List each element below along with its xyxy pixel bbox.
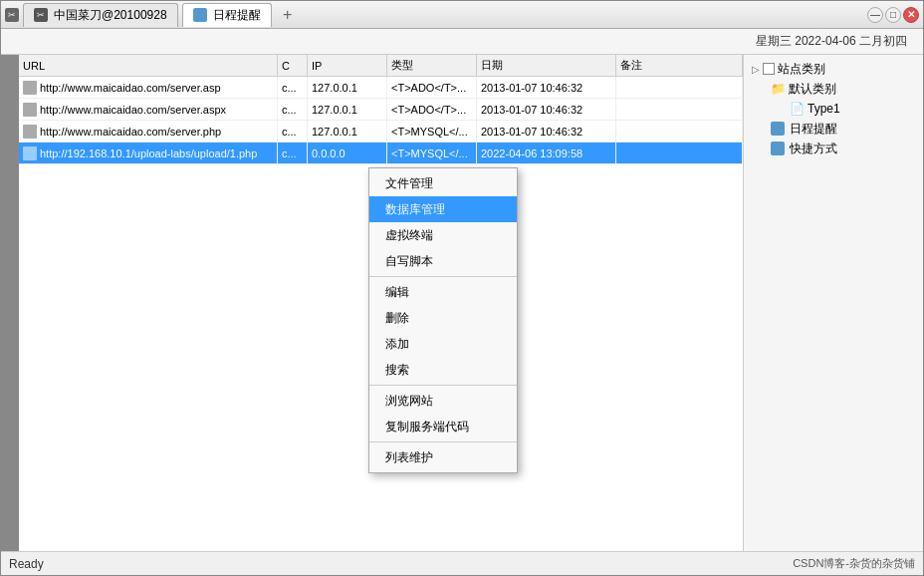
close-button[interactable]: ✕ (903, 7, 919, 23)
cell-ip: 0.0.0.0 (308, 143, 387, 163)
tree-label: 快捷方式 (790, 141, 837, 157)
menu-item-script[interactable]: 自写脚本 (369, 248, 517, 274)
cell-c: c... (278, 77, 308, 98)
cell-type: <T>MYSQL</... (387, 121, 477, 142)
tree-icon: 📄 (790, 102, 805, 116)
cell-url: http://192.168.10.1/upload-labs/upload/1… (19, 143, 278, 163)
tree-label: 默认类别 (789, 81, 836, 98)
cell-c: c... (278, 99, 308, 120)
menu-separator (369, 385, 517, 386)
left-edge-panel: 应用程序 (1, 55, 19, 551)
menu-item-add[interactable]: 添加 (369, 331, 517, 357)
col-header-url: URL (19, 55, 278, 76)
menu-item-browse[interactable]: 浏览网站 (369, 388, 517, 414)
table-row[interactable]: http://www.maicaidao.com/server.php c...… (19, 121, 743, 143)
menu-item-terminal[interactable]: 虚拟终端 (369, 222, 517, 248)
tree-item-schedule[interactable]: 日程提醒 (748, 119, 919, 139)
cell-c: c... (278, 143, 308, 163)
menu-item-edit[interactable]: 编辑 (369, 279, 517, 305)
table-row[interactable]: http://192.168.10.1/upload-labs/upload/1… (19, 143, 743, 164)
table-row[interactable]: http://www.maicaidao.com/server.asp c...… (19, 77, 743, 99)
cell-type: <T>ADO</T>... (387, 99, 477, 120)
menu-item-search[interactable]: 搜索 (369, 357, 517, 383)
tree-item-default[interactable]: 📁 默认类别 (748, 79, 919, 99)
site-category-checkbox[interactable] (763, 63, 775, 75)
col-header-note: 备注 (616, 55, 743, 76)
menu-separator (369, 441, 517, 442)
tree-item-type1[interactable]: 📄 Type1 (748, 99, 919, 119)
tab-calendar-label: 日程提醒 (213, 7, 261, 24)
cell-date: 2013-01-07 10:46:32 (477, 121, 616, 142)
tab-calendar[interactable]: 日程提醒 (182, 3, 272, 27)
cell-date: 2013-01-07 10:46:32 (477, 99, 616, 120)
cell-note (616, 121, 743, 142)
table-row[interactable]: http://www.maicaidao.com/server.aspx c..… (19, 99, 743, 121)
date-display: 星期三 2022-04-06 二月初四 (756, 33, 915, 50)
tree-item-shortcut[interactable]: 快捷方式 (748, 139, 919, 158)
cell-c: c... (278, 121, 308, 142)
cell-note (616, 99, 743, 120)
col-header-type: 类型 (387, 55, 477, 76)
cell-url: http://www.maicaidao.com/server.asp (19, 77, 278, 98)
cell-url: http://www.maicaidao.com/server.aspx (19, 99, 278, 120)
window-controls: — □ ✕ (867, 7, 919, 23)
menu-item-file-mgr[interactable]: 文件管理 (369, 170, 517, 196)
column-headers: URL C IP 类型 日期 备注 (19, 55, 743, 77)
tab-calendar-icon (193, 8, 207, 22)
cell-ip: 127.0.0.1 (308, 99, 387, 120)
menu-separator (369, 276, 517, 277)
cell-type: <T>ADO</T>... (387, 77, 477, 98)
app-icon: ✂ (5, 8, 19, 22)
tree-label: Type1 (808, 102, 840, 116)
expand-icon: ▷ (752, 64, 760, 75)
menu-item-db-mgr[interactable]: 数据库管理 (369, 196, 517, 222)
schedule-icon (771, 122, 785, 136)
tree-item-site-category[interactable]: ▷ 站点类别 (748, 59, 919, 79)
cell-ip: 127.0.0.1 (308, 77, 387, 98)
cell-ip: 127.0.0.1 (308, 121, 387, 142)
status-right-text: CSDN博客-杂货的杂货铺 (793, 556, 915, 571)
cell-note (616, 77, 743, 98)
menu-item-copy-code[interactable]: 复制服务端代码 (369, 414, 517, 439)
minimize-button[interactable]: — (867, 7, 883, 23)
add-tab-button[interactable]: + (276, 3, 300, 27)
tab-main-label: 中国菜刀@20100928 (54, 7, 167, 24)
tree-icon: 📁 (771, 82, 786, 96)
maximize-button[interactable]: □ (885, 7, 901, 23)
right-panel: ▷ 站点类别 📁 默认类别 📄 Type1 日程提醒 (744, 55, 923, 551)
main-window: ✂ ✂ 中国菜刀@20100928 日程提醒 + — □ ✕ 星期三 2022-… (0, 0, 924, 576)
cell-date: 2013-01-07 10:46:32 (477, 77, 616, 98)
menu-item-delete[interactable]: 删除 (369, 305, 517, 331)
cell-date: 2022-04-06 13:09:58 (477, 143, 616, 163)
col-header-ip: IP (308, 55, 387, 76)
toolbar: 星期三 2022-04-06 二月初四 (1, 29, 923, 55)
tab-main[interactable]: ✂ 中国菜刀@20100928 (23, 3, 178, 27)
col-header-date: 日期 (477, 55, 616, 76)
col-header-c: C (278, 55, 308, 76)
tree-label: 站点类别 (778, 61, 825, 78)
cell-url: http://www.maicaidao.com/server.php (19, 121, 278, 142)
status-text: Ready (9, 557, 44, 571)
tab-main-icon: ✂ (34, 8, 48, 22)
titlebar: ✂ ✂ 中国菜刀@20100928 日程提醒 + — □ ✕ (1, 1, 923, 29)
cell-type: <T>MYSQL</... (387, 143, 477, 163)
cell-note (616, 143, 743, 163)
shortcut-icon (771, 142, 785, 155)
menu-item-list-maintain[interactable]: 列表维护 (369, 444, 517, 470)
context-menu: 文件管理 数据库管理 虚拟终端 自写脚本 编辑 删除 添加 搜索 浏览网站 复制… (368, 167, 518, 473)
tree-label: 日程提醒 (790, 121, 837, 138)
statusbar: Ready CSDN博客-杂货的杂货铺 (1, 551, 923, 575)
